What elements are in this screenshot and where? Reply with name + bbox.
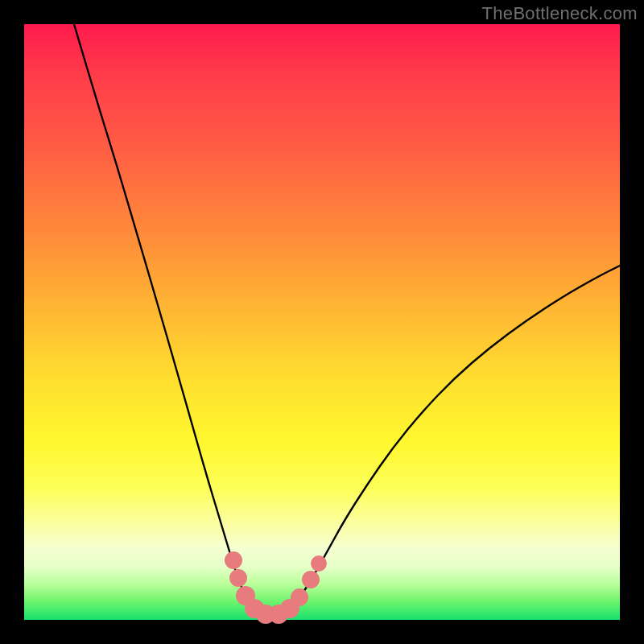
plot-area: [24, 24, 620, 620]
chart-svg: [24, 24, 620, 620]
marker-dot: [229, 569, 247, 587]
watermark-text: TheBottleneck.com: [482, 3, 638, 24]
left-curve: [74, 24, 272, 616]
marker-dot: [302, 571, 320, 588]
bottleneck-markers: [225, 551, 327, 624]
marker-dot: [225, 551, 242, 569]
marker-dot: [291, 588, 308, 606]
marker-dot: [311, 555, 327, 572]
chart-frame: TheBottleneck.com: [0, 0, 644, 644]
